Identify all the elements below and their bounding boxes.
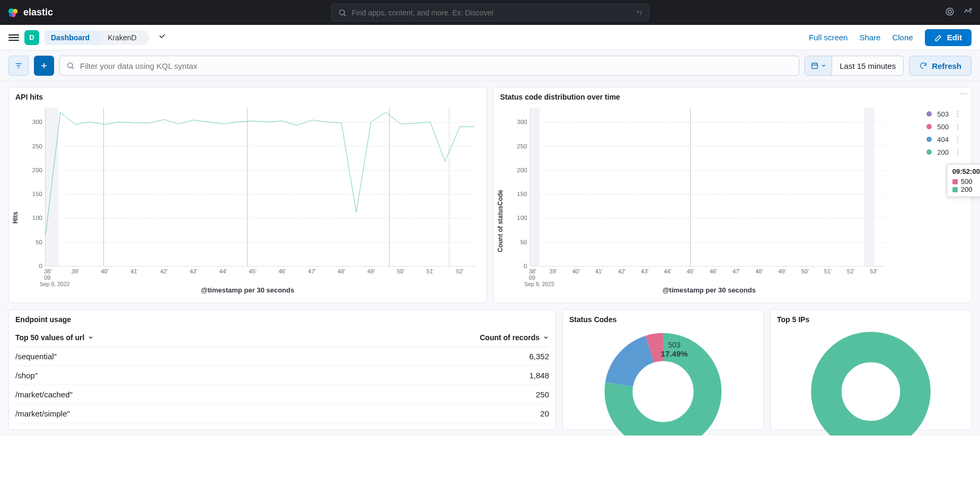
panel-status-codes: Status Codes 503 17.49% — [562, 309, 764, 430]
fullscreen-button[interactable]: Full screen — [809, 33, 847, 42]
panel-endpoint-usage: Endpoint usage Top 50 values of url Coun… — [8, 309, 556, 430]
svg-point-13 — [68, 63, 73, 68]
column-count[interactable]: Count of records — [480, 333, 549, 342]
svg-point-4 — [339, 10, 344, 14]
table-header: Top 50 values of url Count of records — [15, 328, 549, 347]
svg-point-23 — [848, 369, 894, 414]
filter-icon — [14, 61, 23, 70]
svg-point-7 — [970, 8, 972, 10]
panel-api-hits: API hits Hits 05010015020025030038'0939'… — [8, 87, 487, 303]
breadcrumb-current[interactable]: KrakenD — [98, 30, 145, 45]
query-bar: Last 15 minutes Refresh — [0, 50, 980, 82]
nav-toggle-icon[interactable] — [8, 34, 19, 41]
top-ips-donut[interactable] — [777, 328, 965, 423]
global-search[interactable]: ^/ — [331, 4, 649, 21]
global-search-input[interactable] — [352, 8, 632, 17]
legend-item[interactable]: 503⋮ — [926, 110, 961, 118]
plus-icon — [40, 61, 48, 70]
svg-point-5 — [946, 8, 953, 15]
kql-input[interactable] — [80, 61, 792, 70]
panel-top-ips: Top 5 IPs — [770, 309, 972, 430]
saved-query-button[interactable] — [8, 56, 29, 76]
svg-rect-14 — [812, 63, 818, 68]
api-hits-chart[interactable]: Hits 05010015020025030038'0939'40'41'42'… — [15, 105, 480, 296]
panel-title: Status code distribution over time — [500, 93, 965, 101]
panel-title: Status Codes — [569, 315, 757, 324]
app-toolbar: D Dashboard KrakenD Full screen Share Cl… — [0, 25, 980, 50]
edit-button[interactable]: Edit — [925, 29, 972, 46]
legend-item[interactable]: 404⋮ — [926, 135, 961, 144]
space-badge[interactable]: D — [24, 30, 39, 45]
clone-button[interactable]: Clone — [892, 33, 913, 42]
breadcrumb-dashboard[interactable]: Dashboard — [45, 30, 98, 45]
donut-slice-label: 503 — [661, 340, 688, 349]
refresh-label: Refresh — [932, 61, 961, 70]
edit-button-label: Edit — [947, 33, 962, 42]
search-icon — [66, 61, 75, 70]
legend-item[interactable]: 500⋮ — [926, 122, 961, 131]
x-axis-label: @timestamp per 30 seconds — [201, 286, 294, 294]
time-range-picker[interactable]: Last 15 minutes — [805, 56, 904, 76]
y-axis-label: Count of statusCode — [497, 190, 504, 252]
chevron-down-icon — [87, 334, 94, 341]
table-row[interactable]: /market/simple"20 — [15, 404, 549, 423]
status-codes-donut[interactable]: 503 17.49% — [569, 328, 757, 423]
breadcrumb: Dashboard KrakenD — [45, 30, 145, 45]
newsfeed-icon[interactable] — [963, 7, 973, 18]
help-icon[interactable] — [945, 7, 955, 18]
chevron-down-icon — [543, 334, 549, 341]
search-shortcut: ^/ — [637, 10, 642, 16]
x-axis-label: @timestamp per 30 seconds — [663, 286, 756, 294]
panel-title: API hits — [15, 93, 480, 101]
refresh-icon — [919, 61, 928, 70]
kql-search[interactable] — [59, 56, 799, 76]
calendar-icon[interactable] — [805, 56, 832, 75]
table-row[interactable]: /sequential"6,352 — [15, 347, 549, 366]
y-axis-label: Hits — [12, 211, 19, 224]
panel-menu-icon[interactable]: ⋯ — [958, 90, 969, 98]
legend: 503⋮500⋮404⋮200⋮ — [926, 110, 961, 156]
elastic-logo[interactable]: elastic — [7, 7, 53, 19]
status-dist-chart[interactable]: Count of statusCode 05010015020025030038… — [500, 105, 965, 296]
panel-title: Endpoint usage — [15, 315, 549, 324]
refresh-button[interactable]: Refresh — [909, 56, 972, 76]
global-header: elastic ^/ — [0, 0, 980, 25]
svg-point-21 — [638, 366, 688, 417]
panel-title: Top 5 IPs — [777, 315, 965, 324]
svg-point-3 — [9, 13, 12, 16]
table-row[interactable]: /shop"1,848 — [15, 366, 549, 385]
tooltip-time: 09:52:00 — [952, 167, 980, 175]
add-filter-button[interactable] — [34, 56, 54, 76]
table-row[interactable]: /market/cached"250 — [15, 385, 549, 404]
column-url[interactable]: Top 50 values of url — [15, 333, 480, 342]
pencil-icon — [934, 33, 943, 42]
legend-item[interactable]: 200⋮ — [926, 148, 961, 156]
panel-status-distribution: ⋯ Status code distribution over time Cou… — [493, 87, 972, 303]
chart-tooltip: 09:52:00 5009520025 — [947, 164, 980, 197]
svg-point-6 — [948, 10, 951, 13]
chevron-down-icon — [821, 63, 826, 68]
donut-slice-pct: 17.49% — [661, 349, 688, 358]
elastic-logo-icon — [7, 7, 19, 19]
brand-name: elastic — [23, 7, 53, 18]
share-button[interactable]: Share — [859, 33, 880, 42]
search-icon — [338, 8, 347, 17]
saved-check-icon[interactable] — [158, 32, 166, 42]
time-range-label: Last 15 minutes — [832, 56, 903, 75]
